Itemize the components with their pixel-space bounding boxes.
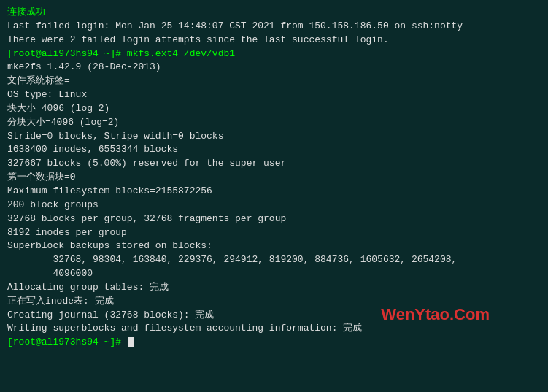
terminal-line: Stride=0 blocks, Stripe width=0 blocks — [7, 130, 541, 144]
terminal-line: Allocating group tables: 完成 — [7, 281, 541, 295]
terminal-line: mke2fs 1.42.9 (28-Dec-2013) — [7, 61, 541, 74]
terminal-line: 4096000 — [7, 267, 541, 281]
terminal-line: 块大小=4096 (log=2) — [7, 102, 541, 116]
terminal-window: 连接成功Last failed login: Mon Jan 25 14:48:… — [0, 0, 548, 392]
terminal-line: There were 2 failed login attempts since… — [7, 34, 541, 47]
terminal-line: Maximum filesystem blocks=2155872256 — [7, 185, 541, 199]
terminal-line: OS type: Linux — [7, 88, 541, 102]
terminal-line: [root@ali973hs94 ~]# — [7, 336, 541, 350]
terminal-line: 327667 blocks (5.00%) reserved for the s… — [7, 157, 541, 171]
terminal-line: 32768 blocks per group, 32768 fragments … — [7, 212, 541, 226]
terminal-line: 8192 inodes per group — [7, 226, 541, 240]
terminal-line: 第一个数据块=0 — [7, 171, 541, 185]
terminal-line: 1638400 inodes, 6553344 blocks — [7, 143, 541, 157]
terminal-line: Superblock backups stored on blocks: — [7, 239, 541, 253]
terminal-line: 文件系统标签= — [7, 74, 541, 88]
terminal-output: 连接成功Last failed login: Mon Jan 25 14:48:… — [7, 6, 541, 350]
terminal-line: 分块大小=4096 (log=2) — [7, 116, 541, 130]
terminal-line: 32768, 98304, 163840, 229376, 294912, 81… — [7, 253, 541, 267]
terminal-cursor — [128, 337, 134, 347]
watermark: WenYtao.Com — [381, 303, 490, 326]
terminal-line: 连接成功 — [7, 6, 541, 20]
terminal-line: [root@ali973hs94 ~]# mkfs.ext4 /dev/vdb1 — [7, 47, 541, 61]
terminal-line: Last failed login: Mon Jan 25 14:48:07 C… — [7, 20, 541, 34]
terminal-line: 200 block groups — [7, 199, 541, 212]
